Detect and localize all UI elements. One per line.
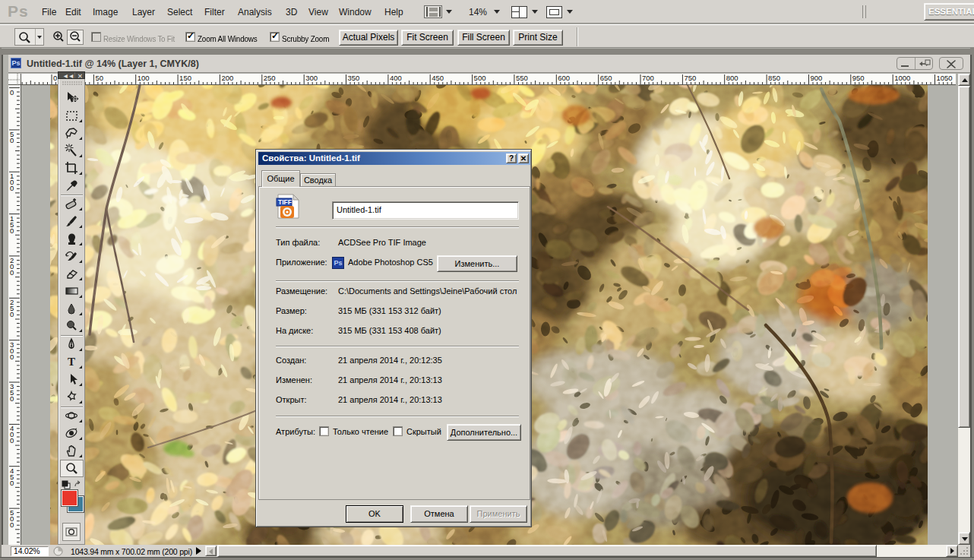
svg-text:250: 250 [264,74,276,82]
svg-text:500: 500 [474,74,486,82]
svg-text:0: 0 [53,74,57,82]
svg-text:1000: 1000 [894,74,910,82]
svg-text:400: 400 [390,74,402,82]
svg-text:150: 150 [179,74,191,82]
svg-text:200: 200 [221,74,233,82]
svg-text:300: 300 [305,74,318,82]
svg-text:100: 100 [138,74,150,82]
svg-text:0: 0 [10,436,14,445]
svg-text:900: 900 [811,74,823,82]
svg-text:600: 600 [558,74,570,82]
svg-text:0: 0 [10,136,14,144]
svg-text:850: 850 [768,74,780,82]
svg-text:0: 0 [10,479,14,487]
svg-text:450: 450 [432,74,444,82]
svg-text:350: 350 [348,74,360,82]
svg-text:0: 0 [10,88,14,96]
svg-text:0: 0 [10,520,14,529]
svg-text:1050: 1050 [937,74,953,82]
svg-text:650: 650 [600,74,612,82]
svg-text:0: 0 [10,353,14,361]
svg-text:950: 950 [852,74,865,82]
svg-text:0: 0 [10,394,14,403]
svg-text:700: 700 [642,74,654,82]
svg-text:750: 750 [684,74,696,82]
svg-text:50: 50 [95,74,103,82]
svg-text:TIFF: TIFF [278,198,292,206]
svg-text:0: 0 [10,184,14,192]
svg-text:0: 0 [10,268,14,277]
svg-text:0: 0 [10,226,14,235]
svg-text:0: 0 [10,310,14,318]
svg-text:800: 800 [726,74,738,82]
svg-text:550: 550 [516,74,528,82]
svg-text:T: T [68,356,75,368]
